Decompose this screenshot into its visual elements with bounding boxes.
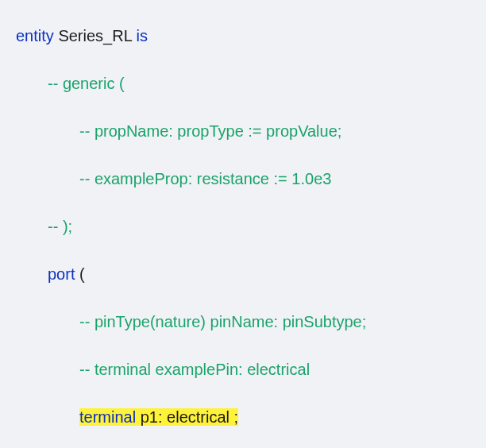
kw-is: is bbox=[137, 27, 148, 44]
code-block: entity Series_RL is -- generic ( -- prop… bbox=[0, 0, 486, 448]
line-port-open: port ( bbox=[16, 262, 486, 286]
line-example-pin: -- terminal examplePin: electrical bbox=[16, 357, 486, 381]
line-generic-close: -- ); bbox=[16, 214, 486, 238]
kw-port: port bbox=[48, 265, 75, 283]
space-semi: ; bbox=[230, 408, 238, 426]
line-entity-decl: entity Series_RL is bbox=[16, 24, 486, 48]
comment: -- propName: propType := propValue; bbox=[79, 122, 341, 140]
id-series-rl: Series_RL bbox=[58, 27, 132, 44]
kw-entity: entity bbox=[16, 27, 54, 44]
line-pin-hint: -- pinType(nature) pinName: pinSubtype; bbox=[16, 310, 486, 334]
hl-terminal-p1: terminal p1: electrical ; bbox=[79, 408, 238, 426]
comment: -- terminal examplePin: electrical bbox=[79, 361, 310, 378]
comment: -- exampleProp: resistance := 1.0e3 bbox=[79, 170, 331, 187]
line-terminal-p1: terminal p1: electrical ; bbox=[16, 405, 486, 429]
kw-terminal: terminal bbox=[79, 408, 136, 426]
comment: -- pinType(nature) pinName: pinSubtype; bbox=[79, 313, 366, 330]
comment: -- ); bbox=[48, 218, 72, 235]
line-generic-open: -- generic ( bbox=[16, 71, 486, 95]
open-paren: ( bbox=[75, 265, 84, 283]
line-exampleprop: -- exampleProp: resistance := 1.0e3 bbox=[16, 167, 486, 191]
comment: -- generic ( bbox=[48, 75, 125, 92]
id-electrical: electrical bbox=[167, 408, 230, 426]
line-propname: -- propName: propType := propValue; bbox=[16, 119, 486, 143]
id-p1: p1 bbox=[141, 408, 158, 426]
colon: : bbox=[158, 408, 167, 426]
